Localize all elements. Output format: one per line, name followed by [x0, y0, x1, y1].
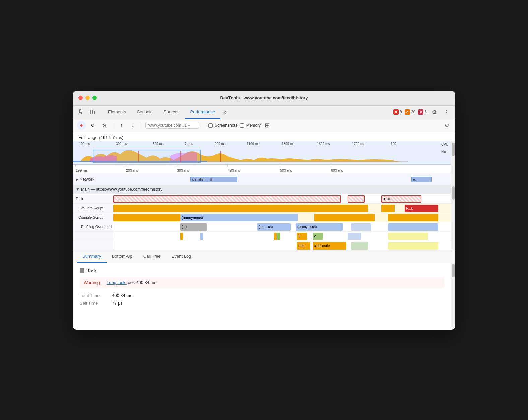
record-button[interactable]: ●: [77, 121, 86, 130]
warning-badge[interactable]: ⚠ 20: [405, 109, 415, 115]
tiny-bar-1: [180, 233, 183, 240]
tab-summary[interactable]: Summary: [77, 251, 107, 263]
task-color-swatch: [80, 268, 84, 273]
tiny-bar-4: [277, 233, 280, 240]
task-bar: T...: [113, 195, 341, 203]
scrollbar-thumb: [452, 143, 455, 156]
v-bar: V: [297, 233, 307, 240]
decorate-bar: a.decorate: [313, 242, 346, 250]
summary-scrollbar-thumb: [452, 264, 455, 277]
flame-bars-v: V v: [113, 232, 451, 241]
small-v-bar: v: [313, 233, 323, 240]
clear-button[interactable]: ⊘: [100, 121, 109, 130]
yellow-bar-v: [388, 233, 428, 240]
svg-rect-3: [93, 111, 95, 114]
stat-row-total-time: Total Time 400.84 ms: [80, 292, 444, 299]
long-task-link[interactable]: Long task: [107, 280, 127, 285]
flame-row-v[interactable]: V v: [73, 232, 451, 241]
timeline-overview-container: 199 ms 399 ms 599 ms 7⁞⁞ms 999 ms 1199 m…: [73, 141, 455, 165]
right-scrollbar-network: [451, 174, 455, 185]
flame-left-compile: Compile Script: [73, 213, 113, 222]
error-icon: ✕: [393, 109, 399, 115]
light-bar-v: [348, 233, 361, 240]
main-section-container: ▼ Main — https://www.youtube.com/feed/hi…: [73, 185, 455, 251]
network-identifier-bar[interactable]: identifier ... ⊞: [190, 177, 237, 182]
flame-left-v: [73, 232, 113, 241]
flame-row-evaluate[interactable]: Evaluate Script F...k: [73, 204, 451, 213]
network-bar-area: identifier ... ⊞ e...: [117, 174, 451, 185]
inspect-element-button[interactable]: [77, 107, 86, 117]
collapse-arrow-icon[interactable]: ▼: [76, 187, 80, 192]
error-badge[interactable]: ✕ 8: [393, 109, 402, 115]
minimize-button[interactable]: [85, 96, 90, 100]
profiling-bar-2: (ano...us): [257, 223, 291, 231]
tab-call-tree[interactable]: Call Tree: [138, 251, 166, 263]
url-dropdown[interactable]: www.youtube.com #1 ▾: [145, 122, 199, 129]
flame-bars-evaluate: F...k: [113, 204, 451, 213]
memory-icon: ⊞: [265, 122, 270, 129]
svg-rect-0: [79, 110, 81, 112]
profiling-bar-4: [351, 223, 371, 231]
flame-bars-profiling: (...) (ano...us) (anonymous): [113, 222, 451, 231]
screenshots-checkbox[interactable]: Screenshots: [208, 123, 237, 128]
task-bar-far-right: T...k: [381, 195, 421, 203]
tab-performance[interactable]: Performance: [185, 105, 220, 119]
download-button[interactable]: ↓: [128, 121, 137, 130]
more-options-button[interactable]: ⋮: [442, 107, 451, 117]
cpu-net-labels: CPU NET: [441, 143, 448, 153]
flame-row-task[interactable]: Task T... T...k: [73, 194, 451, 204]
main-content: Full range (1917.51ms) 199 ms 399 ms 599…: [73, 132, 455, 330]
flame-row-phb[interactable]: Phb a.decorate: [73, 241, 451, 251]
network-right-bar[interactable]: e...: [411, 177, 432, 182]
tiny-bar-2: [200, 233, 203, 240]
maximize-button[interactable]: [92, 96, 97, 100]
profiling-bar-right: [388, 223, 438, 231]
summary-task-header: Task: [80, 268, 444, 273]
tab-console[interactable]: Console: [131, 105, 158, 119]
flame-row-profiling[interactable]: Profiling Overhead (...) (ano...us) (ano…: [73, 222, 451, 232]
device-toolbar-button[interactable]: [88, 107, 97, 117]
task-bar-right: [348, 195, 365, 203]
tab-sources[interactable]: Sources: [158, 105, 185, 119]
violation-icon: ✕: [418, 109, 423, 115]
settings-button[interactable]: ⚙: [430, 107, 439, 117]
timeline-overview[interactable]: 199 ms 399 ms 599 ms 7⁞⁞ms 999 ms 1199 m…: [73, 141, 451, 165]
summary-panel: Task Warning Long task took 400.84 ms. T…: [73, 263, 451, 330]
flame-left-profiling: Profiling Overhead: [73, 222, 113, 231]
capture-settings-button[interactable]: ⚙: [442, 121, 451, 130]
main-section-header: ▼ Main — https://www.youtube.com/feed/hi…: [73, 185, 451, 194]
tab-elements[interactable]: Elements: [103, 105, 131, 119]
right-scrollbar-overview[interactable]: [451, 141, 455, 165]
right-scrollbar-main[interactable]: [451, 185, 455, 251]
tab-event-log[interactable]: Event Log: [166, 251, 197, 263]
compile-bar-far-right: [388, 214, 438, 221]
separator-1: [113, 122, 113, 129]
tab-more-button[interactable]: »: [220, 107, 230, 117]
timeline-ruler-container: 199 ms 299 ms 399 ms 499 ms 599 ms 699 m…: [73, 165, 455, 174]
svg-rect-1: [79, 112, 81, 114]
memory-checkbox[interactable]: Memory: [240, 123, 261, 128]
timeline-ruler: 199 ms 299 ms 399 ms 499 ms 599 ms 699 m…: [73, 165, 451, 174]
devtools-window: DevTools - www.youtube.com/feed/history …: [73, 91, 455, 330]
flame-row-compile[interactable]: Compile Script (anonymous): [73, 213, 451, 222]
reload-record-button[interactable]: ↻: [88, 121, 97, 130]
right-scrollbar-summary[interactable]: [451, 263, 455, 330]
network-label: ▶ Network: [73, 177, 117, 182]
tiny-bar-3: [274, 233, 277, 240]
compile-bar: [113, 214, 180, 221]
svg-rect-2: [90, 110, 93, 114]
upload-button[interactable]: ↑: [117, 121, 126, 130]
network-row[interactable]: ▶ Network identifier ... ⊞ e...: [73, 174, 451, 185]
tab-bottom-up[interactable]: Bottom-Up: [107, 251, 138, 263]
flame-bars-task: T... T...k: [113, 194, 451, 203]
yellow-bar-phb: [388, 242, 438, 250]
violation-badge[interactable]: ✕ 6: [418, 109, 427, 115]
profiling-bar-1: (...): [180, 223, 207, 231]
flame-left-task: Task: [73, 194, 113, 203]
ruler-ticks: [73, 165, 451, 174]
compile-anonymous-bar: (anonymous): [180, 214, 298, 221]
flame-chart-area[interactable]: Task T... T...k: [73, 194, 451, 251]
main-scrollbar-thumb: [452, 186, 455, 200]
title-bar: DevTools - www.youtube.com/feed/history: [73, 91, 455, 106]
close-button[interactable]: [78, 96, 83, 100]
